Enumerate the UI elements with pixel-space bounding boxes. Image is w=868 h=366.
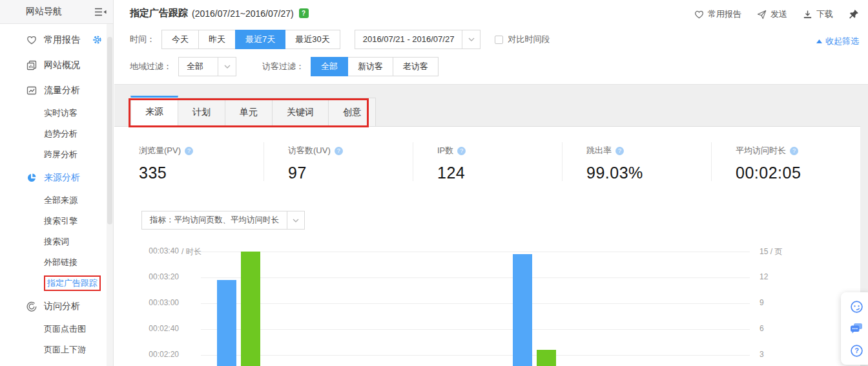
main-area: 指定广告跟踪 (2016/07/21~2016/07/27) ? 常用报告发送下… bbox=[114, 0, 868, 366]
pie-icon bbox=[26, 172, 37, 183]
metric-help-icon[interactable]: ? bbox=[615, 147, 624, 155]
sidebar-item[interactable]: 网站概况 bbox=[0, 52, 113, 78]
trend-icon bbox=[26, 85, 37, 96]
visitor-filter-button[interactable]: 老访客 bbox=[393, 57, 439, 76]
sidebar-item-label: 外部链接 bbox=[44, 257, 78, 268]
sidebar-scrollbar[interactable] bbox=[107, 24, 113, 366]
collapse-filters-link[interactable]: 收起筛选 bbox=[816, 36, 859, 47]
sidebar-item[interactable]: 趋势分析 bbox=[0, 124, 113, 144]
sidebar-item[interactable]: 搜索引擎 bbox=[0, 211, 113, 231]
chart-gridline bbox=[201, 355, 750, 356]
gear-icon[interactable] bbox=[92, 35, 102, 45]
download-action-button[interactable]: 下载 bbox=[803, 8, 833, 20]
collapse-sidebar-icon[interactable] bbox=[94, 7, 107, 17]
pin-button[interactable] bbox=[849, 9, 859, 19]
header-actions: 常用报告发送下载 bbox=[694, 8, 859, 20]
visitor-filter-group: 全部新访客老访客 bbox=[311, 57, 439, 76]
compare-period-checkbox[interactable] bbox=[495, 36, 503, 44]
metric-card: 跳出率?99.03% bbox=[562, 127, 711, 191]
sidebar-nav: 常用报告网站概况流量分析实时访客趋势分析跨屏分析来源分析全部来源搜索引擎搜索词外… bbox=[0, 24, 113, 360]
metric-value: 124 bbox=[437, 164, 562, 182]
visitor-filter-button[interactable]: 全部 bbox=[311, 57, 348, 76]
chevron-down-icon[interactable] bbox=[287, 211, 304, 229]
sidebar: 网站导航 常用报告网站概况流量分析实时访客趋势分析跨屏分析来源分析全部来源搜索引… bbox=[0, 0, 114, 366]
audience-filter-row: 地域过滤： 全部 访客过滤： 全部新访客老访客 bbox=[130, 57, 439, 76]
right-axis-tick: 12 bbox=[760, 272, 768, 281]
metric-label: 访客数(UV) bbox=[288, 145, 331, 156]
analytics-dashboard: 网站导航 常用报告网站概况流量分析实时访客趋势分析跨屏分析来源分析全部来源搜索引… bbox=[0, 0, 868, 366]
send-action-button[interactable]: 发送 bbox=[757, 8, 787, 20]
chevron-down-icon[interactable] bbox=[462, 30, 480, 48]
time-range-group: 今天昨天最近7天最近30天 bbox=[161, 30, 340, 49]
metric-help-icon[interactable]: ? bbox=[790, 147, 798, 155]
page-title-date-range: (2016/07/21~2016/07/27) bbox=[192, 8, 294, 19]
sidebar-item-label: 指定广告跟踪 bbox=[44, 275, 101, 291]
metric-selector-text: 指标：平均访问页数、平均访问时长 bbox=[142, 211, 287, 229]
sidebar-item[interactable]: 访问分析 bbox=[0, 294, 113, 319]
online-support-icon[interactable] bbox=[850, 300, 863, 314]
region-select[interactable]: 全部 bbox=[178, 57, 236, 76]
sidebar-item-label: 页面点击图 bbox=[44, 323, 86, 335]
pages-icon bbox=[26, 59, 37, 70]
metric-value: 00:02:05 bbox=[736, 164, 860, 182]
heart-icon bbox=[26, 34, 37, 45]
report-tabs: 来源计划单元关键词创意 bbox=[114, 96, 860, 127]
metric-selector[interactable]: 指标：平均访问页数、平均访问时长 bbox=[141, 211, 305, 230]
time-range-button[interactable]: 今天 bbox=[161, 30, 199, 49]
sidebar-item[interactable]: 外部链接 bbox=[0, 252, 113, 273]
sidebar-header: 网站导航 bbox=[0, 0, 113, 24]
sidebar-item[interactable]: 指定广告跟踪 bbox=[0, 273, 113, 294]
metric-card: 访客数(UV)?97 bbox=[264, 127, 413, 191]
send-icon bbox=[757, 10, 767, 19]
title-row: 指定广告跟踪 (2016/07/21~2016/07/27) ? bbox=[130, 7, 309, 19]
sidebar-item[interactable]: 全部来源 bbox=[0, 190, 113, 211]
chart-gridline bbox=[201, 252, 750, 252]
time-range-button[interactable]: 最近30天 bbox=[285, 30, 340, 49]
sidebar-item[interactable]: 常用报告 bbox=[0, 27, 113, 52]
sidebar-item[interactable]: 页面上下游 bbox=[0, 339, 113, 360]
svg-text:?: ? bbox=[854, 347, 859, 354]
floating-toolbar: ? bbox=[841, 292, 868, 365]
sidebar-title: 网站导航 bbox=[26, 6, 62, 17]
help-icon[interactable]: ? bbox=[850, 344, 863, 358]
chevron-down-icon[interactable] bbox=[218, 58, 236, 76]
action-label: 常用报告 bbox=[708, 8, 741, 20]
sidebar-item[interactable]: 实时访客 bbox=[0, 103, 113, 124]
date-range-picker[interactable]: 2016/07/21 - 2016/07/27 bbox=[355, 30, 481, 49]
tab-active[interactable]: 来源 bbox=[130, 96, 178, 126]
metric-help-icon[interactable]: ? bbox=[457, 147, 466, 155]
sidebar-item[interactable]: 跨屏分析 bbox=[0, 144, 113, 165]
sidebar-item-label: 搜索词 bbox=[44, 236, 69, 248]
metric-label: 跳出率 bbox=[586, 145, 612, 156]
sidebar-item[interactable]: 流量分析 bbox=[0, 78, 113, 103]
feedback-chat-icon[interactable] bbox=[850, 322, 863, 336]
tab-item[interactable]: 关键词 bbox=[272, 98, 329, 126]
title-help-icon[interactable]: ? bbox=[299, 8, 309, 18]
metric-help-icon[interactable]: ? bbox=[185, 147, 193, 155]
time-range-button[interactable]: 最近7天 bbox=[235, 30, 285, 49]
metric-card: 平均访问时长?00:02:05 bbox=[711, 127, 860, 191]
heart-icon bbox=[694, 10, 704, 19]
chart-gridline bbox=[201, 303, 750, 304]
date-range-value: 2016/07/21 - 2016/07/27 bbox=[355, 30, 462, 48]
visitor-filter-button[interactable]: 新访客 bbox=[347, 57, 393, 76]
metric-card: 浏览量(PV)?335 bbox=[114, 127, 264, 191]
left-axis-unit: / 时长 bbox=[181, 246, 202, 257]
download-icon bbox=[803, 10, 812, 19]
page-title: 指定广告跟踪 bbox=[130, 7, 188, 19]
time-range-button[interactable]: 昨天 bbox=[198, 30, 236, 49]
tab-item[interactable]: 创意 bbox=[328, 98, 376, 126]
time-filter-label: 时间： bbox=[130, 34, 155, 45]
tab-item[interactable]: 单元 bbox=[225, 98, 273, 126]
metric-help-icon[interactable]: ? bbox=[335, 147, 343, 155]
heart-action-button[interactable]: 常用报告 bbox=[694, 8, 741, 20]
sidebar-item[interactable]: 搜索词 bbox=[0, 231, 113, 252]
left-axis-tick: 00:03:20 bbox=[114, 272, 179, 281]
sidebar-item[interactable]: 页面点击图 bbox=[0, 319, 113, 339]
sidebar-item[interactable]: 来源分析 bbox=[0, 165, 113, 190]
left-axis-tick: 00:03:00 bbox=[114, 298, 179, 307]
right-axis-tick: 6 bbox=[760, 324, 764, 333]
compare-period-label: 对比时间段 bbox=[508, 34, 550, 45]
sidebar-scrollbar-thumb[interactable] bbox=[107, 37, 112, 224]
tab-item[interactable]: 计划 bbox=[178, 98, 225, 126]
